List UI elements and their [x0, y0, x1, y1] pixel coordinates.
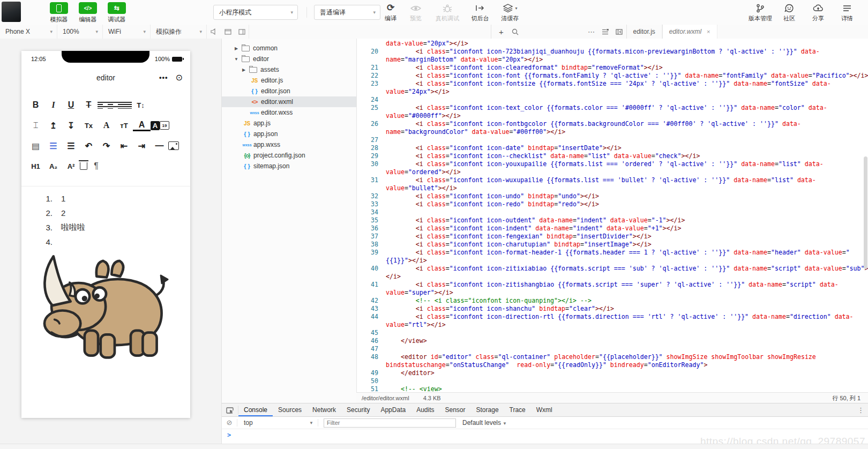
bg-color-icon[interactable]: A: [151, 121, 160, 130]
dock-right-icon[interactable]: [235, 25, 249, 39]
superscript-icon[interactable]: A²: [62, 159, 80, 173]
line-height-icon[interactable]: T↕: [132, 98, 149, 112]
h1-icon[interactable]: H1: [27, 159, 44, 173]
file-item-editor-json[interactable]: { }editor.json: [222, 86, 357, 96]
file-item-app-json[interactable]: { }app.json: [222, 129, 357, 139]
file-item-editor-wxml[interactable]: <>editor.wxml: [222, 96, 357, 107]
file-item-app-wxss[interactable]: wxssapp.wxss: [222, 139, 357, 150]
code-line[interactable]: data-value="20px"></i>: [357, 40, 868, 48]
align-left-icon[interactable]: [98, 102, 106, 109]
outdent-icon[interactable]: ⇤: [115, 139, 133, 153]
code-line[interactable]: 30 <i class="iconfont icon-youxupailie {…: [357, 160, 868, 176]
debugger-tab-wxml[interactable]: Wxml: [531, 403, 558, 416]
compile-button[interactable]: ⟳ 编译: [378, 3, 403, 23]
code-line[interactable]: 50: [357, 377, 868, 385]
code-line[interactable]: 45: [357, 329, 868, 337]
align-center-icon[interactable]: [106, 102, 115, 109]
tab-editor-wxml[interactable]: editor.wxml ×: [662, 25, 717, 39]
date-icon[interactable]: 19: [160, 121, 169, 130]
debugger-tab-audits[interactable]: Audits: [411, 403, 439, 416]
context-select[interactable]: top ▼: [237, 419, 318, 426]
file-item-project-config-json[interactable]: {o}project.config.json: [222, 150, 357, 161]
console-prompt[interactable]: >: [227, 431, 231, 439]
file-item-assets[interactable]: ▶assets: [222, 64, 357, 75]
code-line[interactable]: 27: [357, 136, 868, 144]
margin-bottom-icon[interactable]: ↧: [62, 118, 80, 132]
code-line[interactable]: 32 <i class="iconfont icon-undo" bindtap…: [357, 192, 868, 200]
folder-arrow-icon[interactable]: ▶: [234, 46, 239, 51]
bullet-list-icon[interactable]: ☰: [62, 139, 80, 153]
debugger-tab-sensor[interactable]: Sensor: [440, 403, 471, 416]
home-capsule-icon[interactable]: ⊙: [176, 72, 183, 83]
version-control-button[interactable]: 版本管理: [745, 3, 776, 23]
subscript-icon[interactable]: A₂: [44, 159, 62, 173]
bold-icon[interactable]: B: [27, 98, 44, 112]
font-size-icon[interactable]: тT: [115, 118, 133, 132]
code-line[interactable]: 31 <i class="iconfont icon-wuxupailie {{…: [357, 176, 868, 192]
font-family-icon[interactable]: A: [98, 118, 115, 132]
code-line[interactable]: 38 <i class="iconfont icon-charutupian" …: [357, 241, 868, 249]
community-button[interactable]: 社区: [774, 3, 805, 23]
debugger-tab-trace[interactable]: Trace: [504, 403, 531, 416]
tab-editor-js[interactable]: editor.js: [627, 25, 662, 39]
compile-mode-select[interactable]: 普通编译 ▾: [314, 5, 380, 20]
file-item-editor-js[interactable]: JSeditor.js: [222, 75, 357, 86]
undo-icon[interactable]: ↶: [80, 139, 98, 153]
file-item-editor[interactable]: ▼editor: [222, 54, 357, 64]
log-levels-select[interactable]: Default levels▼: [462, 419, 507, 426]
mode-select[interactable]: 小程序模式 ▾: [213, 5, 298, 20]
ordered-list-icon[interactable]: ☰: [44, 139, 62, 153]
code-line[interactable]: 46 </view>: [357, 337, 868, 345]
debugger-tab-appdata[interactable]: AppData: [375, 403, 411, 416]
clear-cache-button[interactable]: ▾ 清缓存: [496, 3, 524, 23]
code-line[interactable]: 34: [357, 208, 868, 216]
share-button[interactable]: 分享: [803, 3, 834, 23]
close-icon[interactable]: ×: [707, 28, 710, 35]
code-line[interactable]: 35 <i class="iconfont icon-outdent" data…: [357, 216, 868, 224]
code-line[interactable]: 44 <i class="iconfont icon-direction-rtl…: [357, 313, 868, 329]
code-line[interactable]: 25 <i class="iconfont icon-text_color {{…: [357, 104, 868, 120]
file-item-sitemap-json[interactable]: { }sitemap.json: [222, 161, 357, 171]
align-justify-icon[interactable]: [123, 102, 132, 109]
code-line[interactable]: 26 <i class="iconfont icon-fontbgcolor {…: [357, 120, 868, 136]
checklist-icon[interactable]: ▤: [27, 139, 44, 153]
details-button[interactable]: 详情: [832, 3, 863, 23]
more-menu-icon[interactable]: •••: [159, 73, 168, 81]
divider-icon[interactable]: —: [151, 139, 168, 153]
simulate-action-select[interactable]: 模拟操作▾: [151, 25, 207, 39]
file-item-editor-wxss[interactable]: wxsseditor.wxss: [222, 107, 357, 118]
sound-icon[interactable]: [207, 25, 221, 39]
code-line[interactable]: 33 <i class="iconfont icon-redo" bindtap…: [357, 200, 868, 208]
letter-spacing-icon[interactable]: ⌶: [27, 118, 44, 132]
code-line[interactable]: 37 <i class="iconfont icon-fengexian" bi…: [357, 233, 868, 241]
clear-console-icon[interactable]: ⊘: [222, 419, 237, 426]
code-line[interactable]: 43 <i class="iconfont icon-shanchu" bind…: [357, 305, 868, 313]
scrollbar[interactable]: [864, 156, 867, 269]
more-icon[interactable]: ⋯: [585, 25, 598, 39]
network-select[interactable]: WiFi▾: [103, 25, 151, 39]
underline-icon[interactable]: U: [62, 98, 80, 112]
debugger-tab-security[interactable]: Security: [341, 403, 375, 416]
file-item-app-js[interactable]: JSapp.js: [222, 118, 357, 129]
code-line[interactable]: 36 <i class="iconfont icon-indent" data-…: [357, 224, 868, 233]
code-line[interactable]: 28 <i class="iconfont icon-date" bindtap…: [357, 144, 868, 152]
code-line[interactable]: 20 <i class="iconfont icon-723bianjiqi_d…: [357, 48, 868, 64]
code-line[interactable]: 23 <i class="iconfont icon-fontsize {{fo…: [357, 80, 868, 96]
code-line[interactable]: 24: [357, 96, 868, 104]
trash-icon[interactable]: [80, 162, 87, 170]
code-line[interactable]: 49 </editor>: [357, 369, 868, 377]
debugger-tab-console[interactable]: Console: [238, 403, 273, 416]
avatar[interactable]: [2, 2, 21, 22]
debugger-tab-storage[interactable]: Storage: [471, 403, 504, 416]
code-line[interactable]: 51 <!-- <view>: [357, 385, 868, 392]
kebab-menu-icon[interactable]: ⋮: [857, 406, 864, 414]
strikethrough-icon[interactable]: T: [80, 98, 98, 112]
direction-icon[interactable]: ¶: [87, 159, 105, 173]
code-line[interactable]: 48 <editor id="editor" class="ql-contain…: [357, 353, 868, 369]
debugger-tab-sources[interactable]: Sources: [273, 403, 307, 416]
search-icon[interactable]: [508, 25, 522, 39]
file-item-common[interactable]: ▶common: [222, 43, 357, 54]
clear-format-icon[interactable]: Tx: [80, 118, 98, 132]
folder-arrow-icon[interactable]: ▶: [241, 68, 246, 72]
margin-top-icon[interactable]: ↥: [44, 118, 62, 132]
